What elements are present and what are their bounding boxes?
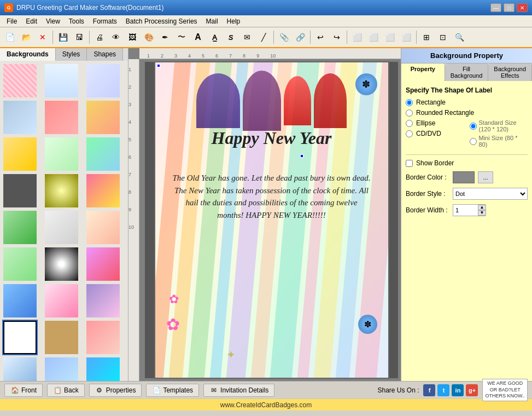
tb-text[interactable]: A [190, 30, 206, 45]
list-item[interactable] [85, 320, 121, 355]
radio-rounded-label[interactable]: Rounded Rectangle [416, 109, 474, 117]
size-mini-label[interactable]: Mini Size (80 * 80) [479, 135, 528, 148]
list-item[interactable] [44, 173, 79, 209]
tb-open[interactable]: 📂 [19, 30, 34, 45]
list-item[interactable] [85, 173, 121, 209]
list-item[interactable] [44, 320, 79, 355]
googleplus-icon[interactable]: g+ [466, 384, 478, 396]
back-button[interactable]: 📋 Back [47, 384, 85, 397]
list-item[interactable] [2, 136, 38, 172]
list-item[interactable] [2, 283, 38, 319]
minimize-button[interactable]: — [490, 3, 501, 12]
list-item[interactable] [2, 210, 38, 245]
list-item[interactable] [85, 100, 121, 135]
tb-paint[interactable]: 🎨 [141, 30, 156, 45]
border-width-input[interactable] [453, 205, 478, 216]
list-item[interactable] [44, 63, 79, 99]
invitation-button[interactable]: ✉ Invitation Details [203, 384, 274, 397]
radio-rounded-rectangle[interactable] [406, 109, 413, 117]
menu-edit[interactable]: Edit [21, 16, 42, 26]
list-item[interactable] [85, 283, 121, 319]
menu-view[interactable]: View [42, 16, 65, 26]
list-item[interactable] [85, 210, 121, 245]
radio-ellipse-label[interactable]: Ellipse [416, 119, 435, 127]
twitter-icon[interactable]: t [437, 384, 449, 396]
tb-close[interactable]: ✕ [35, 30, 50, 45]
tb-image[interactable]: 🖼 [125, 30, 140, 45]
tb-preview[interactable]: 👁 [108, 30, 124, 45]
radio-ellipse[interactable] [406, 120, 413, 127]
menu-batch[interactable]: Batch Processing Series [121, 16, 202, 26]
list-item[interactable] [44, 283, 79, 319]
list-item[interactable] [2, 100, 38, 135]
radio-rectangle-label[interactable]: Rectangle [416, 99, 446, 106]
tab-property[interactable]: Property [401, 63, 445, 81]
list-item[interactable] [44, 136, 79, 172]
size-standard-label[interactable]: Standard Size (120 * 120) [479, 119, 528, 132]
menu-mail[interactable]: Mail [202, 16, 223, 26]
good-bad-widget[interactable]: WE ARE GOOD OR BAD?LET OTHERS KNOW.. [482, 379, 528, 401]
tab-shapes[interactable]: Shapes [87, 48, 123, 61]
menu-formats[interactable]: Formats [89, 16, 121, 26]
spin-up-button[interactable]: ▲ [478, 205, 486, 210]
tb-b3[interactable]: ⬜ [382, 30, 397, 45]
list-item[interactable] [85, 63, 121, 99]
tb-save[interactable]: 💾 [55, 30, 71, 45]
menu-help[interactable]: Help [223, 16, 245, 26]
close-button[interactable]: ✕ [517, 3, 528, 12]
tb-wave[interactable]: 〜 [174, 30, 189, 45]
linkedin-icon[interactable]: in [452, 384, 464, 396]
show-border-label[interactable]: Show Border [416, 159, 454, 167]
tb-textA[interactable]: A̲ [207, 30, 222, 45]
radio-mini-size[interactable] [470, 138, 477, 145]
list-item[interactable] [2, 320, 38, 355]
tb-redo[interactable]: ↪ [329, 30, 344, 45]
list-item[interactable] [2, 246, 38, 282]
menu-tools[interactable]: Tools [65, 16, 89, 26]
list-item[interactable] [44, 100, 79, 135]
tb-line[interactable]: ╱ [256, 30, 271, 45]
tb-grid[interactable]: ⊞ [419, 30, 434, 45]
border-color-picker-btn[interactable]: ... [478, 171, 493, 183]
tb-new[interactable]: 📄 [2, 30, 17, 45]
list-item[interactable] [2, 356, 38, 381]
radio-standard-size[interactable] [470, 123, 477, 130]
tb-b4[interactable]: ⬜ [399, 30, 414, 45]
list-item[interactable] [2, 173, 38, 209]
checkbox-show-border[interactable] [406, 160, 413, 167]
tb-b2[interactable]: ⬜ [366, 30, 381, 45]
list-item[interactable] [85, 356, 121, 381]
tb-wordart[interactable]: S [223, 30, 238, 45]
tb-email[interactable]: ✉ [239, 30, 255, 45]
properties-button[interactable]: ⚙ Properties [89, 384, 142, 397]
tb-pen[interactable]: ✒ [157, 30, 173, 45]
list-item[interactable] [44, 246, 79, 282]
facebook-icon[interactable]: f [423, 384, 435, 396]
tab-styles[interactable]: Styles [56, 48, 87, 61]
radio-rectangle[interactable] [406, 99, 413, 106]
tb-clip1[interactable]: 📎 [276, 30, 291, 45]
radio-cd-dvd[interactable] [406, 130, 413, 137]
tb-zoom[interactable]: 🔍 [452, 30, 467, 45]
list-item[interactable] [44, 210, 79, 245]
tb-clip2[interactable]: 🔗 [293, 30, 308, 45]
tab-backgrounds[interactable]: Backgrounds [0, 48, 56, 61]
templates-button[interactable]: 📄 Templates [146, 384, 199, 397]
front-button[interactable]: 🏠 Front [4, 384, 43, 397]
list-item[interactable] [2, 63, 38, 99]
list-item[interactable] [85, 246, 121, 282]
radio-cd-label[interactable]: CD/DVD [416, 130, 441, 137]
spin-down-button[interactable]: ▼ [478, 210, 486, 216]
menu-file[interactable]: File [2, 16, 21, 26]
border-style-select[interactable]: Dot Dash Solid DashDot [453, 188, 528, 200]
tab-background-effects[interactable]: Background Effects [488, 63, 532, 81]
tb-print[interactable]: 🖨 [92, 30, 107, 45]
maximize-button[interactable]: □ [504, 3, 515, 12]
tab-fill-background[interactable]: Fill Background [445, 63, 489, 81]
list-item[interactable] [44, 356, 79, 381]
border-color-swatch[interactable] [453, 171, 475, 183]
list-item[interactable] [85, 136, 121, 172]
tb-size[interactable]: ⊡ [435, 30, 451, 45]
tb-save2[interactable]: 🖫 [72, 30, 87, 45]
tb-undo[interactable]: ↩ [313, 30, 328, 45]
